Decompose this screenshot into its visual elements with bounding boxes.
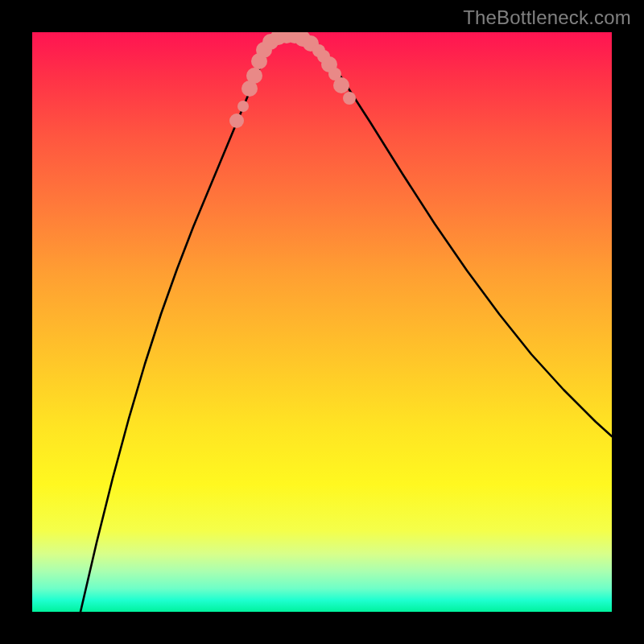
marker-dot <box>229 114 244 128</box>
marker-dot <box>237 101 249 112</box>
marker-group <box>229 32 356 128</box>
plot-svg <box>32 32 612 612</box>
marker-dot <box>333 77 349 93</box>
watermark-text: TheBottleneck.com <box>463 6 631 29</box>
marker-dot <box>343 92 356 105</box>
chart-frame: TheBottleneck.com <box>0 0 644 644</box>
bottleneck-curve <box>80 35 612 612</box>
marker-dot <box>246 68 262 84</box>
